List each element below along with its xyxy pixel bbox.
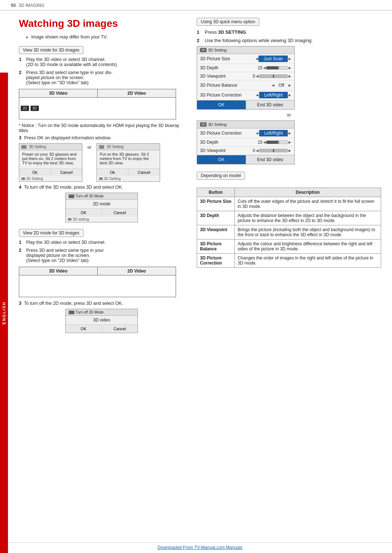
video-strip-row: 2D 3D [19, 98, 176, 119]
menu-row-viewpoint2: 3D Viewpoint 0 ◀ ▶ [197, 147, 294, 155]
turnoff-buttons: OK Cancel [66, 208, 138, 217]
page-number: 50 [11, 3, 16, 8]
depth-arrow-right[interactable]: ▶ [288, 66, 291, 70]
btn-depth: 3D Depth [197, 211, 235, 225]
dialog2-cancel[interactable]: Cancel [128, 169, 160, 176]
menu1-end[interactable]: End 3D video [246, 101, 295, 109]
video2-col1: 3D Video [19, 267, 98, 275]
footer-link-anchor[interactable]: Downloaded From TV-Manual.com Manuals [158, 545, 242, 550]
menu-footer-2: OK End 3D video [197, 155, 294, 164]
or-text-1: or [87, 145, 91, 150]
page-container: ENGLISH 50 3D IMAGING Watching 3D images… [0, 0, 392, 553]
footer-link[interactable]: Downloaded From TV-Manual.com Manuals [8, 542, 392, 553]
turnoff-footer: 3D setting [66, 217, 138, 222]
dialog-footer-2: 3D Setting [97, 176, 160, 181]
viewpoint2-arrow-left[interactable]: ◀ [255, 149, 259, 152]
dialog-body-2: Put on the 3D glasses. Sit 2 meters from… [97, 150, 160, 167]
table-row-viewpoint: 3D Viewpoint Brings the picture (includi… [197, 225, 381, 239]
video2-strip-row [19, 275, 176, 297]
correction1-arrow-right[interactable]: ▶ [288, 93, 291, 97]
turnoff-row: 2D mode [66, 200, 138, 208]
menu2-ok[interactable]: OK [197, 155, 246, 164]
turnoff-header: Turn off 3D Mode. [66, 193, 138, 200]
dialog-footer-icon-1 [21, 177, 25, 180]
depth2-bar-fill [266, 141, 278, 144]
dialog2-ok[interactable]: Ok [97, 169, 128, 176]
menu-row-picture-size: 3D Picture Size ◀ Just Scan ▶ [197, 54, 294, 64]
steps-2d-list: 1 Play the 3D video or select 3D channel… [19, 240, 184, 263]
turnoff-icon [69, 194, 74, 198]
desc-depth: Adjusts the distance between the object … [234, 211, 381, 225]
menu-icon-1: 3D [200, 48, 207, 52]
menu-row-depth: 3D Depth 15 ◀ ▶ [197, 64, 294, 72]
two-col-layout: Watching 3D images Image shown may diffe… [8, 11, 392, 542]
turnoff-2d-row: 3D video [66, 316, 138, 324]
table-header-button: Button [197, 188, 235, 197]
menu1-ok[interactable]: OK [197, 101, 246, 109]
viewpoint-arrow-left[interactable]: ◀ [255, 74, 259, 78]
menu2-end[interactable]: End 3D video [246, 155, 295, 164]
correction2-arrow-left[interactable]: ◀ [256, 131, 259, 135]
menu-row-correction2: 3D Picture Correction ◀ Left/Right ▶ [197, 128, 294, 138]
turnoff-ok[interactable]: OK [66, 209, 102, 217]
dialog-buttons-1: Ok Cancel [19, 168, 82, 176]
step3-2d-label: 3 To turn off the 2D mode, press 3D and … [19, 301, 184, 306]
depth-arrow-left[interactable]: ◀ [262, 66, 266, 70]
correction1-value: Left/Right [259, 92, 288, 98]
section1-label: View 3D mode for 3D images [19, 46, 83, 54]
button-desc-table: Button Description 3D Picture Size Cuts … [197, 188, 381, 268]
dialog-icon-2 [99, 145, 104, 149]
video-table-2: 3D Video 2D Video [19, 267, 176, 297]
step4-label: 4 To turn off the 3D mode, press 3D and … [19, 185, 184, 190]
dialogs-row: 3D Setting Power on your 3D glasses and … [19, 143, 184, 182]
table-row-picture-size: 3D Picture Size Cuts off the outer edges… [197, 197, 381, 211]
depth2-arrow-left[interactable]: ◀ [262, 140, 266, 144]
depth2-arrow-right[interactable]: ▶ [288, 140, 291, 144]
turnoff-2d-ok[interactable]: OK [66, 325, 102, 333]
3d-badge: 3D [30, 106, 39, 111]
dialog-footer-icon-2 [99, 177, 103, 180]
step-2d-1: 1 Play the 3D video or select 3D channel… [19, 240, 184, 245]
desc-balance: Adjusts the colour and brightness differ… [234, 239, 381, 254]
depth2-bar [266, 140, 288, 144]
balance-arrow-left[interactable]: ◀ [271, 83, 275, 87]
balance-arrow-right[interactable]: ▶ [288, 83, 291, 87]
correction1-arrow-left[interactable]: ◀ [256, 93, 259, 97]
dialog1-ok[interactable]: Ok [19, 169, 51, 176]
menu-row-balance: 3D Picture Balance ◀ Off ▶ [197, 81, 294, 90]
dialog-header-2: 3D Setting [97, 144, 160, 150]
btn-viewpoint: 3D Viewpoint [197, 225, 235, 239]
arrow-left-1[interactable]: ◀ [255, 57, 258, 61]
right-step1: 1 Press 3D SETTING. [197, 29, 381, 35]
depth2-bar-marker [278, 141, 279, 144]
arrow-right-1[interactable]: ▶ [288, 57, 291, 61]
desc-picture-size: Cuts off the outer edges of the picture … [234, 197, 381, 211]
table-row-depth: 3D Depth Adjusts the distance between th… [197, 211, 381, 225]
dialog-icon-1 [21, 145, 26, 149]
turnoff-2d-cancel[interactable]: Cancel [102, 325, 138, 333]
table-row-balance: 3D PictureBalance Adjusts the colour and… [197, 239, 381, 254]
btn-balance: 3D PictureBalance [197, 239, 235, 254]
desc-viewpoint: Brings the picture (including both the o… [234, 225, 381, 239]
correction2-arrow-right[interactable]: ▶ [288, 131, 291, 135]
video-col2: 2D Video [98, 89, 176, 98]
viewpoint-arrow-right[interactable]: ▶ [288, 74, 291, 78]
turnoff-2d-header: Turn off 2D Mode. [66, 309, 138, 316]
video-col1: 3D Video [19, 89, 98, 98]
dialog1-cancel[interactable]: Cancel [51, 169, 82, 176]
dialog-box-1: 3D Setting Power on your 3D glasses and … [19, 143, 82, 182]
step-2d-2: 2 Press 3D and select same type in yourd… [19, 248, 184, 263]
desc-correction: Changes the order of images in the right… [234, 254, 381, 268]
menu-box1-header: 3D 3D Setting [197, 46, 294, 54]
section-title: 3D IMAGING [19, 3, 44, 8]
viewpoint2-arrow-right[interactable]: ▶ [288, 149, 291, 152]
2d-badge: 2D [21, 106, 29, 111]
turnoff-cancel[interactable]: Cancel [102, 209, 138, 217]
turnoff-footer-icon [68, 218, 72, 221]
turnoff-2d-buttons: OK Cancel [66, 324, 138, 333]
step-3d-2: 2 Press 3D and select same type in your … [19, 70, 184, 85]
depth-bar-marker [278, 66, 279, 69]
just-scan-value: Just Scan [258, 56, 288, 62]
main-title: Watching 3D images [19, 18, 184, 29]
step3-label: 3 Press OK on displayed information wind… [19, 135, 184, 140]
